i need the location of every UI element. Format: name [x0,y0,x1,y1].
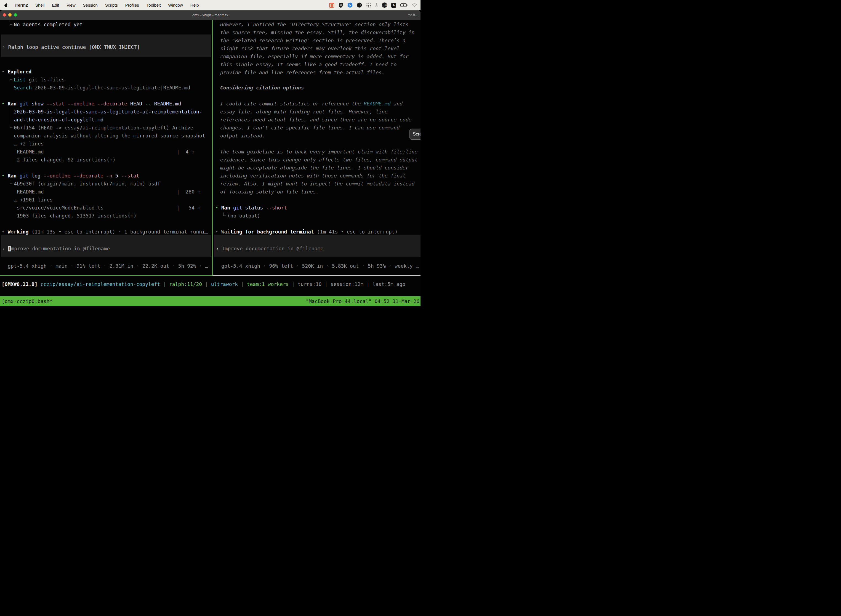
wifi-icon[interactable] [412,3,417,7]
thinking-p2-l1: I could cite commit statistics or refere… [220,100,403,108]
thinking-p1-l1: However, I noticed the "Directory Struct… [220,21,409,28]
menu-item-profiles[interactable]: Profiles [125,3,139,7]
screen-tooltip: Scre [409,129,420,140]
git-show-out-1: 067f154 (HEAD -> essay/ai-reimplementati… [14,124,193,132]
git-show-file-2: and-the-erosion-of-copyleft.md [14,116,104,124]
omx-status-line: [OMX#0.11.9] cczip/essay/ai-reimplementa… [1,280,405,288]
squiggle-icon[interactable]: § [375,3,378,7]
menubar-status-icons: § ..61 A [329,3,417,8]
thinking-p3-l3: might be acceptable alongside the file l… [220,164,409,172]
waiting-status-right: • Waiting for background terminal (1m 41… [215,228,398,236]
tree-elbow-no-output [223,213,226,216]
thinking-p1-l4: slight risk that future readers may over… [220,44,400,53]
model-status-left: gpt-5.4 xhigh · main · 91% left · 2.31M … [8,262,208,270]
thinking-p1-l3: the "Related research writing" section i… [220,37,406,44]
crescent-icon[interactable] [357,3,362,8]
window-title: omx --xhigh --madmax [0,10,420,20]
tree-elbow-list [10,76,12,80]
window-titlebar: omx --xhigh --madmax ⌥⌘1 [0,10,420,20]
screen: iTerm2ShellEditViewSessionScriptsProfile… [0,0,420,308]
menu-item-window[interactable]: Window [168,3,183,7]
chat-icon[interactable] [329,3,334,8]
git-log-stat-1: README.md| 280 + [17,188,44,196]
git-show-out-2: companion analysis without altering the … [14,132,205,140]
dots-grid-icon[interactable] [366,3,371,8]
tree-guide-git-show [10,106,10,125]
thinking-p1-l7: provide file and line references from th… [220,69,385,76]
git-log-out-1: 4b9d30f (origin/main, instructkr/main, m… [14,180,160,188]
apple-menu-icon[interactable] [4,3,7,7]
tmux-session-label: [omx-cczip0:bash* [1,298,53,304]
thinking-p3-l5: review. Also, I might want to inspect th… [220,180,415,188]
git-show-out-3: … +2 lines [14,140,44,148]
thinking-heading: Considering citation options [220,84,304,92]
thinking-p1-l2: the source tree, missing the essay. Stil… [220,28,415,37]
tmux-host-clock: "MacBook-Pro-44.local" 04:52 31-Mar-26 [306,298,419,304]
git-log-stat-3: 1903 files changed, 513517 insertions(+) [17,212,136,220]
terminal-area: Scre [omx-cczip0:bash* "MacBook-Pro-44.l… [0,20,420,308]
thinking-p3-l6: of focusing solely on file lines. [220,188,319,196]
thinking-p3-l1: The team guideline is to back every impo… [220,148,418,155]
blue-bolt-icon[interactable] [347,3,353,8]
git-show-stat-1: README.md| 4 + [17,148,44,155]
menu-items: iTerm2ShellEditViewSessionScriptsProfile… [15,3,199,7]
thinking-p3-l4: including verification notes with those … [220,172,406,180]
explored-list: List git ls-files [14,76,64,84]
shield-grid-icon[interactable] [338,3,343,8]
model-status-right: gpt-5.4 xhigh · 96% left · 520K in · 5.8… [221,262,419,270]
git-show-stat-2: 2 files changed, 92 insertions(+) [17,155,116,164]
menu-item-view[interactable]: View [66,3,75,7]
tree-elbow-no-agents [10,21,12,25]
menu-item-scripts[interactable]: Scripts [105,3,118,7]
pane-divider [212,20,213,275]
thinking-p2-l5: output instead. [220,132,265,140]
tmux-status-bar: [omx-cczip0:bash* "MacBook-Pro-44.local"… [0,296,420,306]
menu-item-toolbelt[interactable]: Toolbelt [147,3,161,7]
menu-bar: iTerm2ShellEditViewSessionScriptsProfile… [0,0,420,10]
inject-prompt[interactable]: › Ralph loop active continue [OMX_TMUX_I… [2,43,140,51]
menu-item-edit[interactable]: Edit [52,3,59,7]
tree-elbow-git-log [10,180,12,184]
ran-git-status: • Ran git status --short [215,204,287,212]
prompt-line-left[interactable]: › Improve documentation in @filename [2,245,110,252]
explored-search: Search 2026-03-09-is-legal-the-same-as-l… [14,84,190,92]
git-log-out-2: … +1901 lines [14,196,53,204]
thinking-p1-l5: companion file, especially if more comme… [220,53,409,60]
bottom-border-left [0,275,212,276]
prompt-line-right[interactable]: › Improve documentation in @filename [216,245,323,252]
no-agents-line: No agents completed yet [14,21,82,28]
badge-61-icon[interactable]: ..61 [382,3,387,8]
bottom-border-right [212,275,420,276]
explored-header: • Explored [1,67,31,76]
window-shortcut-badge: ⌥⌘1 [408,10,418,20]
battery-icon[interactable] [400,3,407,7]
git-log-stat-2: src/voice/voiceModeEnabled.ts| 54 + [17,204,104,212]
thinking-p2-l2: essay file, along with finding root file… [220,108,388,116]
thinking-p2-l4: changes, I can't cite specific file line… [220,124,400,132]
menu-item-shell[interactable]: Shell [35,3,44,7]
menu-item-iterm2[interactable]: iTerm2 [15,3,28,7]
ran-git-show: • Ran git show --stat --oneline --decora… [1,100,181,108]
menu-item-help[interactable]: Help [190,3,199,7]
git-status-out: (no output) [227,212,260,220]
working-status-left: • Working (11m 13s • esc to interrupt) ·… [1,228,208,236]
thinking-p3-l2: evidence. Since this change only affects… [220,155,418,164]
menu-item-session[interactable]: Session [83,3,98,7]
thinking-p1-l6: this single essay, it seems like a good … [220,60,397,69]
git-show-file-1: 2026-03-09-is-legal-the-same-as-legitima… [14,108,202,116]
ran-git-log: • Ran git log --oneline --decorate -n 5 … [1,172,139,180]
thinking-p2-l3: references need actual files, and since … [220,116,412,124]
tree-elbow-git-show [10,125,12,128]
letter-a-icon[interactable]: A [391,3,396,8]
